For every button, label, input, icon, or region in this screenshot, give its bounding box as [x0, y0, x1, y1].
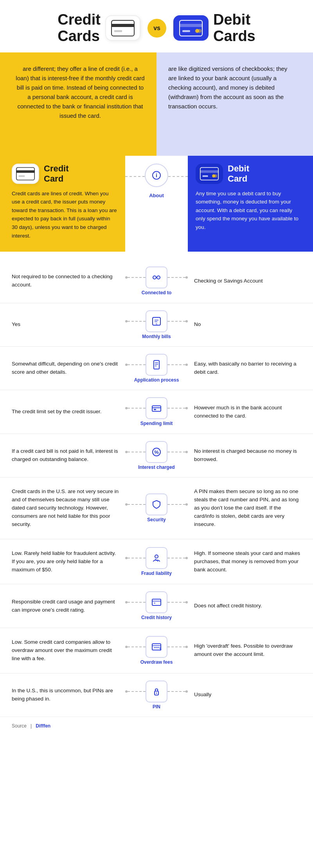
comp-left-overdraw: Low. Some credit card companies allow to… — [0, 635, 125, 666]
footer-source-label: Source — [12, 723, 27, 729]
comparison-row-interest: If a credit card bill is not paid in ful… — [0, 434, 313, 477]
comp-label-spending: Spending limit — [140, 421, 173, 426]
comp-label-monthly-bills: Monthly bills — [142, 334, 171, 339]
comp-left-credit-history: Responsible credit card usage and paymen… — [0, 591, 125, 620]
comparison-row-security: Credit cards in the U.S. are not very se… — [0, 477, 313, 539]
svg-rect-14 — [200, 167, 218, 180]
divider-right — [156, 132, 313, 156]
comp-right-credit-history: Does not affect credit history. — [188, 591, 313, 620]
about-credit: Credit Card Credit cards are lines of cr… — [0, 156, 125, 252]
dash-right-interest — [167, 452, 185, 452]
center-icon-credit-history — [146, 591, 167, 613]
svg-rect-6 — [182, 30, 190, 32]
comp-center-interest: % Interest charged — [125, 441, 188, 470]
svg-text:$: $ — [159, 647, 162, 651]
dash-right-pin — [167, 691, 185, 692]
comp-label-application: Application process — [134, 377, 179, 383]
debit-cards-title: Debit Cards — [213, 12, 255, 45]
comparison-row-monthly-bills: Yes $ Monthly bills No — [0, 303, 313, 347]
comp-center-security: Security — [125, 484, 188, 532]
comp-center-spending: Spending limit — [125, 397, 188, 426]
svg-rect-4 — [180, 20, 202, 36]
about-credit-body: Credit cards are lines of credit. When y… — [12, 189, 117, 240]
comp-left-spending: The credit limit set by the credit issue… — [0, 397, 125, 426]
center-icon-fraud — [146, 547, 167, 569]
comp-left-interest: If a credit card bill is not paid in ful… — [0, 441, 125, 470]
comp-label-overdraw: Overdraw fees — [140, 659, 173, 665]
intro-debit-text: are like digitized versions of checkbook… — [168, 64, 297, 111]
comp-center-connected: Connected to — [125, 267, 188, 295]
comp-center-monthly-bills: $ Monthly bills — [125, 310, 188, 339]
dash-left-spending — [128, 408, 146, 409]
comp-right-pin: Usually — [188, 681, 313, 710]
center-icon-monthly-bills: $ — [146, 310, 167, 332]
about-center-label: About — [149, 193, 164, 198]
comparison-row-pin: In the U.S., this is uncommon, but PINs … — [0, 674, 313, 717]
center-icon-overdraw: $ — [146, 636, 167, 658]
svg-text:$: $ — [156, 323, 157, 326]
dash-left-monthly-bills — [128, 321, 146, 322]
intro-credit-text: are different; they offer a line of cred… — [16, 64, 145, 121]
about-debit-header: Debit Card — [196, 164, 301, 184]
center-icon-interest: % — [146, 441, 167, 463]
comp-right-security: A PIN makes them secure so long as no on… — [188, 484, 313, 532]
credit-cards-heading: Credit Cards — [58, 12, 140, 45]
about-credit-card-icon — [12, 164, 39, 184]
comp-left-fraud: Low. Rarely held liable for fraudulent a… — [0, 546, 125, 577]
about-debit-body: Any time you use a debit card to buy som… — [196, 189, 301, 232]
svg-rect-32 — [154, 409, 156, 410]
footer: Source | Difffen — [0, 717, 313, 735]
comp-label-security: Security — [147, 517, 165, 522]
debit-cards-heading: Debit Cards — [173, 12, 255, 45]
svg-rect-3 — [114, 30, 122, 32]
comp-center-fraud: Fraud liability — [125, 546, 188, 577]
svg-rect-9 — [16, 167, 34, 180]
footer-divider: | — [31, 723, 32, 729]
comp-right-connected: Checking or Savings Account — [188, 267, 313, 295]
intro-debit: are like digitized versions of checkbook… — [156, 52, 313, 132]
dash-right-security — [167, 504, 185, 505]
comp-left-security: Credit cards in the U.S. are not very se… — [0, 484, 125, 532]
comp-label-pin: PIN — [153, 704, 160, 710]
dash-right-spending — [167, 408, 185, 409]
comp-right-fraud: High. If someone steals your card and ma… — [188, 546, 313, 577]
comparison-row-application: Somewhat difficult, depending on one's c… — [0, 347, 313, 390]
svg-point-35 — [155, 555, 158, 558]
comp-left-pin: In the U.S., this is uncommon, but PINs … — [0, 681, 125, 710]
dash-left-security — [128, 504, 146, 505]
center-icon-security — [146, 493, 167, 515]
comparison-row-overdraw: Low. Some credit card companies allow to… — [0, 628, 313, 674]
dash-right-connected — [167, 277, 185, 278]
svg-rect-30 — [152, 406, 161, 411]
dash-right-monthly-bills — [167, 321, 185, 322]
comp-center-credit-history: Credit history — [125, 591, 188, 620]
page-header: Credit Cards vs Debit Cards — [0, 0, 313, 52]
svg-point-20 — [157, 276, 160, 279]
dash-left-connected — [128, 277, 146, 278]
about-credit-title: Credit Card — [44, 164, 69, 184]
section-divider — [0, 132, 313, 156]
credit-card-icon — [105, 15, 140, 41]
comparison-row-spending: The credit limit set by the credit issue… — [0, 390, 313, 434]
comp-right-monthly-bills: No — [188, 310, 313, 339]
dash-left — [125, 176, 145, 177]
comparison-table: Not required to be connected to a checki… — [0, 259, 313, 717]
comp-right-overdraw: High 'overdraft' fees. Possible to overd… — [188, 635, 313, 666]
center-icon-connected — [146, 267, 167, 288]
svg-rect-15 — [200, 170, 218, 173]
svg-point-45 — [156, 692, 157, 693]
dash-right — [168, 176, 188, 177]
about-debit: Debit Card Any time you use a debit card… — [188, 156, 313, 252]
dash-right-application — [167, 364, 185, 365]
intro-credit: are different; they offer a line of cred… — [0, 52, 156, 132]
svg-point-19 — [153, 276, 156, 279]
footer-link[interactable]: Difffen — [36, 723, 50, 729]
dash-left-application — [128, 364, 146, 365]
svg-text:%: % — [154, 449, 159, 455]
dash-left-pin — [128, 691, 146, 692]
comp-label-interest: Interest charged — [138, 465, 174, 470]
svg-rect-37 — [152, 599, 161, 605]
comp-label-credit-history: Credit history — [141, 615, 172, 620]
dash-left-interest — [128, 452, 146, 452]
about-debit-card-icon — [196, 164, 223, 184]
